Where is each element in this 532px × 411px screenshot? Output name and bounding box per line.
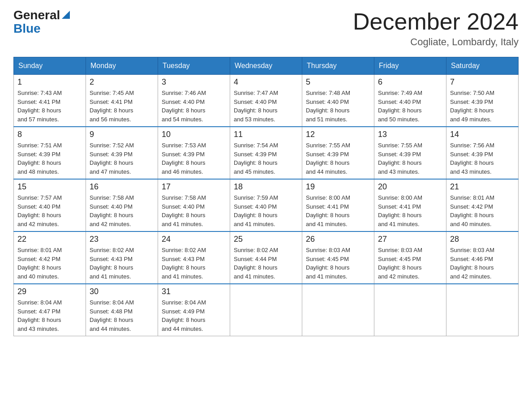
- day-info: Sunrise: 7:55 AMSunset: 4:39 PMDaylight:…: [378, 141, 442, 176]
- day-info: Sunrise: 7:51 AMSunset: 4:39 PMDaylight:…: [17, 141, 82, 176]
- day-info: Sunrise: 7:58 AMSunset: 4:40 PMDaylight:…: [162, 193, 226, 228]
- logo: General Blue: [13, 9, 71, 36]
- day-info: Sunrise: 8:03 AMSunset: 4:45 PMDaylight:…: [306, 246, 370, 281]
- day-info: Sunrise: 8:03 AMSunset: 4:45 PMDaylight:…: [378, 246, 442, 281]
- day-number: 18: [234, 182, 298, 192]
- month-title: December 2024: [353, 9, 519, 34]
- header-row: SundayMondayTuesdayWednesdayThursdayFrid…: [14, 57, 519, 75]
- logo-general: General: [13, 9, 60, 21]
- col-header-saturday: Saturday: [446, 57, 519, 75]
- col-header-monday: Monday: [86, 57, 158, 75]
- page-header: General Blue December 2024 Cogliate, Lom…: [13, 9, 519, 48]
- day-info: Sunrise: 7:54 AMSunset: 4:39 PMDaylight:…: [234, 141, 298, 176]
- calendar-cell: 30Sunrise: 8:04 AMSunset: 4:48 PMDayligh…: [86, 284, 158, 336]
- calendar-cell: 18Sunrise: 7:59 AMSunset: 4:40 PMDayligh…: [230, 179, 302, 231]
- day-info: Sunrise: 8:04 AMSunset: 4:49 PMDaylight:…: [162, 298, 226, 333]
- day-number: 7: [450, 77, 515, 87]
- week-row-1: 1Sunrise: 7:43 AMSunset: 4:41 PMDaylight…: [14, 75, 519, 127]
- calendar-cell: 9Sunrise: 7:52 AMSunset: 4:39 PMDaylight…: [86, 127, 158, 179]
- day-info: Sunrise: 8:02 AMSunset: 4:44 PMDaylight:…: [234, 246, 298, 281]
- calendar-cell: 7Sunrise: 7:50 AMSunset: 4:39 PMDaylight…: [446, 75, 519, 127]
- day-info: Sunrise: 7:58 AMSunset: 4:40 PMDaylight:…: [90, 193, 154, 228]
- day-info: Sunrise: 7:46 AMSunset: 4:40 PMDaylight:…: [162, 89, 226, 124]
- day-number: 10: [162, 130, 226, 139]
- day-info: Sunrise: 8:04 AMSunset: 4:47 PMDaylight:…: [17, 298, 82, 333]
- location: Cogliate, Lombardy, Italy: [353, 36, 519, 48]
- calendar-cell: 27Sunrise: 8:03 AMSunset: 4:45 PMDayligh…: [374, 231, 446, 284]
- logo-triangle-icon: [61, 10, 71, 20]
- day-info: Sunrise: 8:03 AMSunset: 4:46 PMDaylight:…: [450, 246, 515, 281]
- day-info: Sunrise: 7:50 AMSunset: 4:39 PMDaylight:…: [450, 89, 515, 124]
- calendar-table: SundayMondayTuesdayWednesdayThursdayFrid…: [13, 57, 519, 336]
- calendar-cell: 13Sunrise: 7:55 AMSunset: 4:39 PMDayligh…: [374, 127, 446, 179]
- logo-blue: Blue: [13, 21, 41, 36]
- day-number: 22: [17, 235, 82, 244]
- day-number: 6: [378, 77, 442, 87]
- calendar-cell: 22Sunrise: 8:01 AMSunset: 4:42 PMDayligh…: [14, 231, 86, 284]
- day-number: 29: [17, 287, 82, 296]
- calendar-cell: 4Sunrise: 7:47 AMSunset: 4:40 PMDaylight…: [230, 75, 302, 127]
- col-header-thursday: Thursday: [302, 57, 374, 75]
- calendar-cell: [230, 284, 302, 336]
- day-number: 14: [450, 130, 515, 139]
- day-number: 2: [90, 77, 154, 87]
- title-section: December 2024 Cogliate, Lombardy, Italy: [353, 9, 519, 48]
- calendar-cell: 25Sunrise: 8:02 AMSunset: 4:44 PMDayligh…: [230, 231, 302, 284]
- day-info: Sunrise: 8:01 AMSunset: 4:42 PMDaylight:…: [17, 246, 82, 281]
- day-info: Sunrise: 7:49 AMSunset: 4:40 PMDaylight:…: [378, 89, 442, 124]
- day-number: 28: [450, 235, 515, 244]
- day-info: Sunrise: 8:02 AMSunset: 4:43 PMDaylight:…: [90, 246, 154, 281]
- day-info: Sunrise: 7:52 AMSunset: 4:39 PMDaylight:…: [90, 141, 154, 176]
- calendar-cell: 3Sunrise: 7:46 AMSunset: 4:40 PMDaylight…: [158, 75, 230, 127]
- calendar-cell: [302, 284, 374, 336]
- calendar-cell: 10Sunrise: 7:53 AMSunset: 4:39 PMDayligh…: [158, 127, 230, 179]
- day-info: Sunrise: 8:04 AMSunset: 4:48 PMDaylight:…: [90, 298, 154, 333]
- calendar-cell: 28Sunrise: 8:03 AMSunset: 4:46 PMDayligh…: [446, 231, 519, 284]
- day-number: 3: [162, 77, 226, 87]
- day-number: 5: [306, 77, 370, 87]
- calendar-cell: 20Sunrise: 8:00 AMSunset: 4:41 PMDayligh…: [374, 179, 446, 231]
- day-number: 9: [90, 130, 154, 139]
- day-number: 15: [17, 182, 82, 192]
- calendar-cell: 6Sunrise: 7:49 AMSunset: 4:40 PMDaylight…: [374, 75, 446, 127]
- day-info: Sunrise: 7:56 AMSunset: 4:39 PMDaylight:…: [450, 141, 515, 176]
- calendar-cell: 26Sunrise: 8:03 AMSunset: 4:45 PMDayligh…: [302, 231, 374, 284]
- calendar-cell: [446, 284, 519, 336]
- calendar-cell: 23Sunrise: 8:02 AMSunset: 4:43 PMDayligh…: [86, 231, 158, 284]
- week-row-4: 22Sunrise: 8:01 AMSunset: 4:42 PMDayligh…: [14, 231, 519, 284]
- calendar-cell: 17Sunrise: 7:58 AMSunset: 4:40 PMDayligh…: [158, 179, 230, 231]
- day-number: 21: [450, 182, 515, 192]
- day-number: 17: [162, 182, 226, 192]
- day-number: 25: [234, 235, 298, 244]
- day-number: 30: [90, 287, 154, 296]
- day-info: Sunrise: 8:00 AMSunset: 4:41 PMDaylight:…: [378, 193, 442, 228]
- col-header-tuesday: Tuesday: [158, 57, 230, 75]
- calendar-cell: 15Sunrise: 7:57 AMSunset: 4:40 PMDayligh…: [14, 179, 86, 231]
- day-info: Sunrise: 7:55 AMSunset: 4:39 PMDaylight:…: [306, 141, 370, 176]
- calendar-cell: 12Sunrise: 7:55 AMSunset: 4:39 PMDayligh…: [302, 127, 374, 179]
- day-number: 12: [306, 130, 370, 139]
- col-header-friday: Friday: [374, 57, 446, 75]
- day-number: 24: [162, 235, 226, 244]
- calendar-cell: 14Sunrise: 7:56 AMSunset: 4:39 PMDayligh…: [446, 127, 519, 179]
- day-info: Sunrise: 8:01 AMSunset: 4:42 PMDaylight:…: [450, 193, 515, 228]
- day-info: Sunrise: 7:47 AMSunset: 4:40 PMDaylight:…: [234, 89, 298, 124]
- week-row-3: 15Sunrise: 7:57 AMSunset: 4:40 PMDayligh…: [14, 179, 519, 231]
- calendar-cell: 11Sunrise: 7:54 AMSunset: 4:39 PMDayligh…: [230, 127, 302, 179]
- calendar-cell: 5Sunrise: 7:48 AMSunset: 4:40 PMDaylight…: [302, 75, 374, 127]
- day-info: Sunrise: 7:59 AMSunset: 4:40 PMDaylight:…: [234, 193, 298, 228]
- day-number: 23: [90, 235, 154, 244]
- day-number: 19: [306, 182, 370, 192]
- calendar-cell: 16Sunrise: 7:58 AMSunset: 4:40 PMDayligh…: [86, 179, 158, 231]
- day-number: 20: [378, 182, 442, 192]
- calendar-cell: 8Sunrise: 7:51 AMSunset: 4:39 PMDaylight…: [14, 127, 86, 179]
- week-row-5: 29Sunrise: 8:04 AMSunset: 4:47 PMDayligh…: [14, 284, 519, 336]
- day-info: Sunrise: 7:45 AMSunset: 4:41 PMDaylight:…: [90, 89, 154, 124]
- calendar-cell: 2Sunrise: 7:45 AMSunset: 4:41 PMDaylight…: [86, 75, 158, 127]
- calendar-cell: 29Sunrise: 8:04 AMSunset: 4:47 PMDayligh…: [14, 284, 86, 336]
- calendar-cell: [374, 284, 446, 336]
- col-header-wednesday: Wednesday: [230, 57, 302, 75]
- calendar-cell: 21Sunrise: 8:01 AMSunset: 4:42 PMDayligh…: [446, 179, 519, 231]
- day-number: 1: [17, 77, 82, 87]
- day-number: 11: [234, 130, 298, 139]
